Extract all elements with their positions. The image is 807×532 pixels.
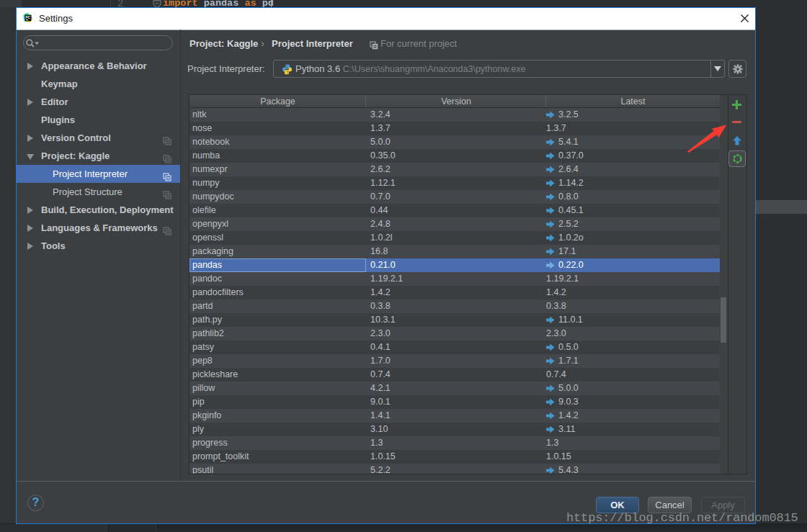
svg-text:PC: PC	[26, 16, 31, 19]
